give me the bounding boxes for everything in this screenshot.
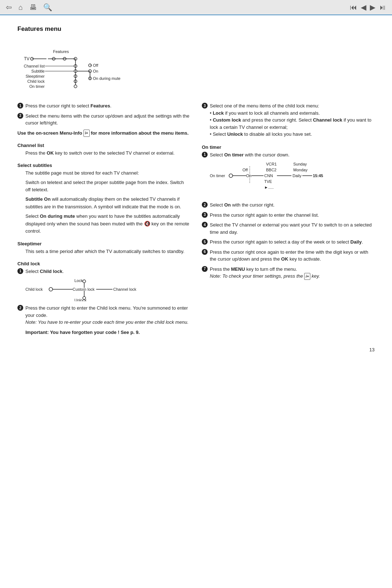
back-icon[interactable]: ⇦ xyxy=(6,3,12,12)
subtitles-para3: Subtitle On will automatically display t… xyxy=(25,196,190,210)
on-timer-diagram: VCR1 Sunday Off BBC2 Monday On timer On xyxy=(210,161,375,199)
svg-text:Lock: Lock xyxy=(74,278,83,283)
channel-list-title: Channel list xyxy=(17,143,190,148)
prev-icon[interactable]: ◀ xyxy=(361,3,366,12)
svg-point-18 xyxy=(74,85,77,88)
svg-text:BBC2: BBC2 xyxy=(266,168,277,172)
child-lock-step-num-1: 1 xyxy=(17,268,23,274)
on-timer-step5-text: Press the cursor right again to select a… xyxy=(210,238,375,246)
nav-right[interactable]: ⏮ ◀ ▶ ⏯ xyxy=(350,3,386,12)
on-timer-step-num-7: 7 xyxy=(202,266,208,272)
on-timer-step2: 2 Select On with the cursor right. xyxy=(202,201,375,209)
on-timer-step7-text: Press the MENU key to turn off the menu.… xyxy=(210,266,375,280)
svg-text:Daily: Daily xyxy=(293,173,302,178)
step-1: 1 Press the cursor right to select Featu… xyxy=(17,102,190,110)
home-icon[interactable]: ⌂ xyxy=(19,3,23,12)
on-timer-step7: 7 Press the MENU key to turn off the men… xyxy=(202,266,375,280)
svg-text:On: On xyxy=(246,173,252,178)
select-subtitles-title: Select subtitles xyxy=(17,163,190,168)
right-step3: 3 Select one of the menu items of the ch… xyxy=(202,102,375,138)
child-lock-step1: 1 Select Child lock. xyxy=(17,268,190,275)
on-timer-step6: 6 Press the cursor right once again to e… xyxy=(202,249,375,263)
child-lock-svg: Lock Child lock Custom lock Channel lock xyxy=(25,278,142,301)
on-timer-step-num-4: 4 xyxy=(202,222,208,228)
col-right: 3 Select one of the menu items of the ch… xyxy=(202,102,375,338)
right-step-num-3: 3 xyxy=(202,103,208,109)
step-2: 2 Select the menu items with the cursor … xyxy=(17,113,190,127)
on-timer-step2-text: Select On with the cursor right. xyxy=(210,201,375,209)
step-num-1: 1 xyxy=(17,103,23,109)
skip-back-icon[interactable]: ⏮ xyxy=(350,3,357,12)
page-title: Features menu xyxy=(17,25,375,33)
step-2-text: Select the menu items with the cursor up… xyxy=(25,113,190,127)
on-timer-step3-text: Press the cursor right again to enter th… xyxy=(210,212,375,219)
top-bar: ⇦ ⌂ 🖶 🔍 ⏮ ◀ ▶ ⏯ xyxy=(0,0,392,15)
select-subtitles-content: The subtitle page must be stored for eac… xyxy=(25,170,190,235)
svg-text:Channel lock: Channel lock xyxy=(113,287,136,291)
step-1-text: Press the cursor right to select Feature… xyxy=(25,102,190,110)
svg-text:On during mute: On during mute xyxy=(93,76,121,81)
channel-list-text: Press the OK key to switch over to the s… xyxy=(25,150,190,157)
print-icon[interactable]: 🖶 xyxy=(29,3,37,12)
svg-text:Custom lock: Custom lock xyxy=(73,287,95,291)
svg-text:CNN: CNN xyxy=(264,173,273,178)
svg-text:TVE: TVE xyxy=(264,179,272,184)
on-timer-svg: VCR1 Sunday Off BBC2 Monday On timer On xyxy=(210,161,326,197)
on-timer-step1-text: Select On timer with the cursor down. xyxy=(210,151,375,159)
two-col-layout: 1 Press the cursor right to select Featu… xyxy=(17,102,375,338)
svg-text:Unlock: Unlock xyxy=(74,298,87,301)
menu-info-note: Use the on-screen Menu-Info i+ for more … xyxy=(17,130,190,137)
child-lock-diagram: Lock Child lock Custom lock Channel lock xyxy=(25,278,190,302)
subtitles-para1: The subtitle page must be stored for eac… xyxy=(25,170,190,177)
page-number: 13 xyxy=(17,347,375,352)
on-timer-step1: 1 Select On timer with the cursor down. xyxy=(202,151,375,159)
on-timer-title: On timer xyxy=(202,144,375,150)
on-timer-step5: 5 Press the cursor right again to select… xyxy=(202,238,375,246)
svg-text:Channel list: Channel list xyxy=(24,64,45,68)
svg-text:Sleeptimer: Sleeptimer xyxy=(25,74,45,78)
svg-text:►.....: ►..... xyxy=(264,185,274,189)
search-icon[interactable]: 🔍 xyxy=(43,3,52,12)
svg-point-38 xyxy=(83,280,86,283)
svg-text:On timer: On timer xyxy=(29,84,45,89)
skip-forward-icon[interactable]: ⏯ xyxy=(379,3,386,12)
svg-text:On timer: On timer xyxy=(210,173,225,178)
child-lock-step2-text: Press the cursor right to enter the Chil… xyxy=(25,305,190,326)
on-timer-step3: 3 Press the cursor right again to enter … xyxy=(202,212,375,219)
svg-text:Sunday: Sunday xyxy=(293,162,307,166)
on-timer-step4-text: Select the TV channel or external you wa… xyxy=(210,221,375,236)
next-icon[interactable]: ▶ xyxy=(370,3,375,12)
right-step3-text: Select one of the menu items of the chil… xyxy=(210,102,375,138)
svg-text:Off: Off xyxy=(93,63,98,68)
col-left: 1 Press the cursor right to select Featu… xyxy=(17,102,190,338)
nav-left[interactable]: ⇦ ⌂ 🖶 🔍 xyxy=(6,3,52,12)
svg-text:15:45: 15:45 xyxy=(313,173,323,178)
child-lock-step2: 2 Press the cursor right to enter the Ch… xyxy=(17,305,190,326)
svg-text:TV: TV xyxy=(24,56,29,61)
svg-text:Subtitle: Subtitle xyxy=(31,69,45,73)
on-timer-step-num-5: 5 xyxy=(202,239,208,245)
child-lock-title: Child lock xyxy=(17,261,190,266)
on-timer-step-num-1: 1 xyxy=(202,152,208,158)
step-num-2: 2 xyxy=(17,113,23,119)
features-diagram: TV Features Channel list Subtitle Sleept… xyxy=(17,38,375,96)
on-timer-step-num-6: 6 xyxy=(202,249,208,255)
child-lock-step1-text: Select Child lock. xyxy=(25,268,190,275)
svg-text:VCR1: VCR1 xyxy=(266,162,277,166)
svg-text:Monday: Monday xyxy=(293,168,308,172)
on-timer-step6-text: Press the cursor right once again to ent… xyxy=(210,249,375,263)
subtitles-para4: Select On during mute when you want to h… xyxy=(25,213,190,235)
on-timer-step-num-2: 2 xyxy=(202,202,208,208)
child-lock-step-num-2: 2 xyxy=(17,305,23,311)
on-timer-step4: 4 Select the TV channel or external you … xyxy=(202,221,375,236)
svg-text:Child lock: Child lock xyxy=(25,287,43,291)
page-content: Features menu TV Features Channel list S… xyxy=(0,15,392,588)
on-timer-step-num-3: 3 xyxy=(202,212,208,218)
sleeptimer-title: Sleeptimer xyxy=(17,241,190,246)
sleeptimer-text: This sets a time period after which the … xyxy=(25,248,190,255)
svg-text:Child lock: Child lock xyxy=(27,79,45,83)
child-lock-important: Important: You have forgotten your code … xyxy=(25,329,190,336)
subtitles-para2: Switch on teletext and select the proper… xyxy=(25,179,190,193)
svg-text:Features: Features xyxy=(53,49,69,54)
svg-text:On: On xyxy=(93,69,98,73)
